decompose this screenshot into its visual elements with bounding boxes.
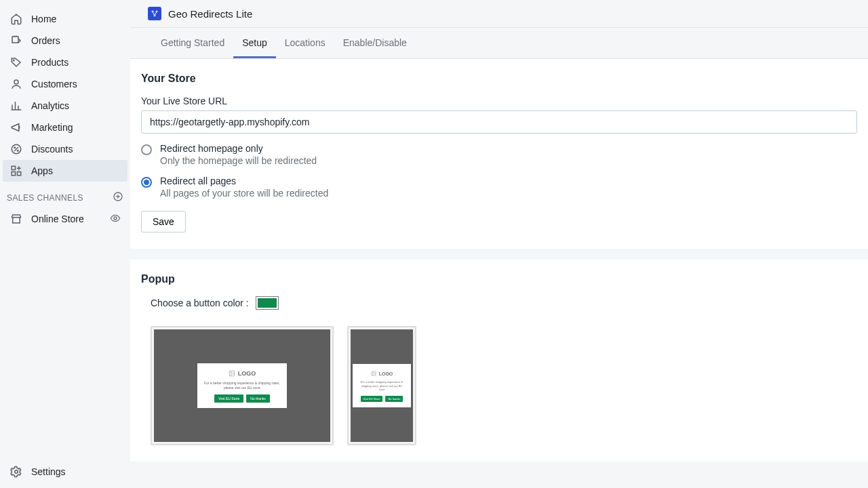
sidebar-item-label: Customers bbox=[31, 79, 77, 89]
apps-icon bbox=[9, 164, 23, 178]
visit-store-button: Visit EU Store bbox=[361, 396, 383, 402]
sidebar-item-analytics[interactable]: Analytics bbox=[3, 95, 127, 117]
sidebar-item-products[interactable]: Products bbox=[3, 52, 127, 73]
svg-point-10 bbox=[15, 470, 18, 474]
save-button[interactable]: Save bbox=[141, 211, 186, 232]
image-icon bbox=[371, 371, 376, 376]
gear-icon bbox=[9, 465, 23, 479]
popup-heading: Popup bbox=[141, 273, 857, 285]
app-title: Geo Redirects Lite bbox=[168, 8, 252, 20]
sidebar-item-label: Settings bbox=[31, 466, 66, 477]
app-logo-icon bbox=[148, 7, 161, 20]
sidebar-item-label: Online Store bbox=[31, 214, 84, 224]
redirect-all-option[interactable]: Redirect all pages All pages of your sto… bbox=[141, 176, 857, 199]
tab-enable-disable[interactable]: Enable/Disable bbox=[334, 28, 416, 58]
sidebar-item-label: Apps bbox=[31, 165, 53, 176]
svg-point-13 bbox=[154, 15, 155, 16]
home-icon bbox=[9, 12, 23, 26]
popup-card: Popup Choose a button color : LOGO For a… bbox=[130, 260, 868, 462]
sidebar-item-label: Home bbox=[31, 14, 56, 24]
no-thanks-button: No thanks bbox=[385, 396, 403, 402]
radio-icon bbox=[141, 177, 152, 188]
tabs: Getting Started Setup Locations Enable/D… bbox=[130, 28, 868, 59]
sidebar: Home Orders Products Customers Analytics… bbox=[0, 0, 130, 488]
popup-preview-desktop: LOGO For a better shopping experience & … bbox=[197, 363, 287, 408]
svg-point-12 bbox=[156, 11, 157, 12]
person-icon bbox=[9, 77, 23, 91]
no-thanks-button: No thanks bbox=[246, 394, 270, 403]
option-label: Redirect all pages bbox=[160, 176, 328, 186]
sidebar-item-discounts[interactable]: Discounts bbox=[3, 138, 127, 160]
color-swatch bbox=[258, 298, 277, 308]
svg-point-3 bbox=[14, 147, 16, 148]
store-icon bbox=[9, 212, 23, 226]
sidebar-item-orders[interactable]: Orders bbox=[3, 30, 127, 52]
popup-message: For a better shopping experience & shipp… bbox=[358, 380, 406, 392]
logo-text: LOGO bbox=[379, 371, 393, 376]
orders-icon bbox=[9, 34, 23, 47]
logo-text: LOGO bbox=[238, 370, 256, 377]
sidebar-item-settings[interactable]: Settings bbox=[3, 461, 127, 483]
svg-point-11 bbox=[152, 11, 153, 12]
discount-icon bbox=[9, 142, 23, 156]
sidebar-item-label: Discounts bbox=[31, 144, 73, 155]
megaphone-icon bbox=[9, 121, 23, 134]
color-label: Choose a button color : bbox=[151, 298, 249, 308]
store-url-input[interactable] bbox=[141, 110, 857, 134]
tab-getting-started[interactable]: Getting Started bbox=[152, 28, 233, 58]
option-description: All pages of your store will be redirect… bbox=[160, 188, 328, 199]
svg-rect-7 bbox=[12, 172, 15, 176]
your-store-heading: Your Store bbox=[141, 73, 857, 85]
sidebar-item-apps[interactable]: Apps bbox=[3, 160, 127, 182]
main-area: Geo Redirects Lite Getting Started Setup… bbox=[130, 0, 868, 488]
sidebar-item-label: Products bbox=[31, 57, 68, 68]
store-url-label: Your Live Store URL bbox=[141, 96, 857, 106]
tab-setup[interactable]: Setup bbox=[233, 28, 276, 58]
app-header: Geo Redirects Lite bbox=[130, 0, 868, 28]
chart-icon bbox=[9, 99, 23, 113]
eye-icon[interactable] bbox=[110, 213, 121, 226]
visit-store-button: Visit EU Store bbox=[214, 394, 243, 403]
svg-point-15 bbox=[231, 372, 232, 373]
sidebar-item-label: Orders bbox=[31, 35, 60, 46]
popup-preview-mobile: LOGO For a better shopping experience & … bbox=[353, 364, 411, 407]
sidebar-item-customers[interactable]: Customers bbox=[3, 73, 127, 95]
redirect-homepage-option[interactable]: Redirect homepage only Only the homepage… bbox=[141, 143, 857, 166]
sales-channels-header: SALES CHANNELS bbox=[0, 182, 130, 208]
add-channel-icon[interactable] bbox=[113, 191, 123, 204]
svg-point-0 bbox=[14, 60, 15, 61]
color-picker[interactable] bbox=[256, 296, 279, 310]
desktop-preview: LOGO For a better shopping experience & … bbox=[151, 326, 334, 445]
svg-point-4 bbox=[18, 150, 19, 152]
mobile-preview: LOGO For a better shopping experience & … bbox=[347, 326, 416, 445]
svg-point-9 bbox=[114, 217, 117, 220]
tag-icon bbox=[9, 56, 23, 69]
option-description: Only the homepage will be redirected bbox=[160, 155, 317, 166]
svg-point-1 bbox=[14, 80, 18, 84]
svg-rect-6 bbox=[18, 172, 21, 176]
svg-rect-5 bbox=[12, 166, 15, 169]
option-label: Redirect homepage only bbox=[160, 143, 317, 154]
image-icon bbox=[229, 370, 235, 377]
your-store-card: Your Store Your Live Store URL Redirect … bbox=[130, 59, 868, 249]
sidebar-item-marketing[interactable]: Marketing bbox=[3, 117, 127, 138]
sidebar-item-label: Marketing bbox=[31, 122, 73, 133]
sidebar-item-label: Analytics bbox=[31, 100, 69, 111]
tab-locations[interactable]: Locations bbox=[276, 28, 334, 58]
sales-channels-label: SALES CHANNELS bbox=[7, 193, 83, 203]
sidebar-item-home[interactable]: Home bbox=[3, 8, 127, 30]
popup-message: For a better shopping experience & shipp… bbox=[203, 381, 281, 390]
sidebar-item-online-store[interactable]: Online Store bbox=[3, 208, 127, 230]
radio-icon bbox=[141, 144, 152, 155]
svg-point-17 bbox=[372, 372, 373, 373]
